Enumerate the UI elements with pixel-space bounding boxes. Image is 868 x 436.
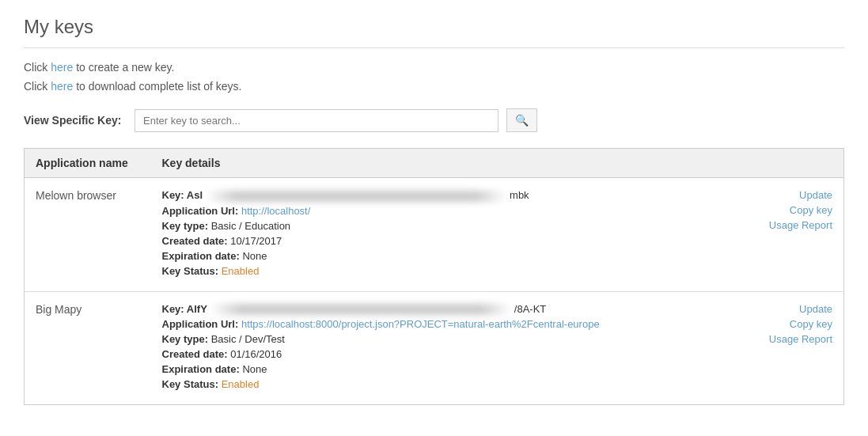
usage-report-link[interactable]: Usage Report (768, 333, 833, 345)
key-type-line: Key type: Basic / Dev/Test (162, 333, 746, 345)
created-date-value: 01/16/2016 (230, 348, 282, 360)
created-date-label: Created date: (162, 235, 228, 247)
key-prefix-label: Key: AlfY (162, 303, 207, 315)
created-date-value: 10/17/2017 (230, 235, 282, 247)
key-status-line: Key Status: Enabled (162, 265, 746, 277)
expiration-label: Expiration date: (162, 250, 240, 262)
expiration-line: Expiration date: None (162, 363, 746, 375)
table-header-row: Application name Key details (25, 149, 844, 178)
table-row: Big MapyKey: AlfY /8A-KTApplication Url:… (25, 291, 844, 405)
key-blurred-value (210, 304, 511, 315)
keys-table: Application name Key details Melown brow… (24, 148, 844, 405)
key-details-cell: Key: AlfY /8A-KTApplication Url: https:/… (151, 291, 757, 405)
intro-line2: Click here to download complete list of … (24, 80, 844, 93)
key-value-line: Key: AlfY /8A-KT (162, 303, 746, 316)
search-button[interactable]: 🔍 (506, 108, 537, 132)
key-type-line: Key type: Basic / Education (162, 220, 746, 232)
key-status-label: Key Status: (162, 378, 219, 390)
expiration-line: Expiration date: None (162, 250, 746, 262)
app-url-line: Application Url: http://localhost/ (162, 205, 746, 217)
expiration-label: Expiration date: (162, 363, 240, 375)
intro-links: Click here to create a new key. Click he… (24, 61, 844, 93)
key-status-line: Key Status: Enabled (162, 378, 746, 390)
created-date-label: Created date: (162, 348, 228, 360)
search-label: View Specific Key: (24, 114, 127, 127)
key-suffix-label: mbk (510, 189, 529, 201)
intro-line1: Click here to create a new key. (24, 61, 844, 74)
key-type-label: Key type: (162, 333, 209, 345)
actions-cell: UpdateCopy keyUsage Report (757, 291, 844, 405)
key-type-value: Basic / Dev/Test (211, 333, 285, 345)
app-name-cell: Big Mapy (25, 291, 151, 405)
app-name-cell: Melown browser (25, 178, 151, 292)
expiration-value: None (242, 363, 267, 375)
key-suffix-label: /8A-KT (514, 303, 546, 315)
key-prefix-label: Key: Asl (162, 189, 203, 201)
key-value-line: Key: Asl mbk (162, 189, 746, 202)
created-date-line: Created date: 10/17/2017 (162, 235, 746, 247)
copy-key-link[interactable]: Copy key (768, 318, 833, 330)
page-title: My keys (24, 16, 844, 48)
app-url-label: Application Url: (162, 205, 239, 217)
search-row: View Specific Key: 🔍 (24, 108, 844, 132)
key-details-cell: Key: Asl mbkApplication Url: http://loca… (151, 178, 757, 292)
app-url-label: Application Url: (162, 318, 239, 330)
copy-key-link[interactable]: Copy key (768, 204, 833, 216)
actions-cell: UpdateCopy keyUsage Report (757, 178, 844, 292)
app-url-line: Application Url: https://localhost:8000/… (162, 318, 746, 330)
expiration-value: None (242, 250, 267, 262)
key-status-value: Enabled (222, 378, 260, 390)
create-key-link[interactable]: here (51, 61, 73, 74)
created-date-line: Created date: 01/16/2016 (162, 348, 746, 360)
search-input[interactable] (135, 109, 498, 132)
col-key-details: Key details (151, 149, 844, 178)
key-status-value: Enabled (222, 265, 260, 277)
usage-report-link[interactable]: Usage Report (768, 219, 833, 231)
col-app-name: Application name (25, 149, 151, 178)
key-blurred-value (206, 191, 506, 202)
table-row: Melown browserKey: Asl mbkApplication Ur… (25, 178, 844, 292)
key-status-label: Key Status: (162, 265, 219, 277)
app-url-link[interactable]: https://localhost:8000/project.json?PROJ… (241, 318, 600, 330)
update-link[interactable]: Update (768, 303, 833, 315)
key-type-label: Key type: (162, 220, 209, 232)
key-type-value: Basic / Education (211, 220, 290, 232)
app-url-link[interactable]: http://localhost/ (241, 205, 310, 217)
update-link[interactable]: Update (768, 189, 833, 201)
download-list-link[interactable]: here (51, 80, 73, 93)
